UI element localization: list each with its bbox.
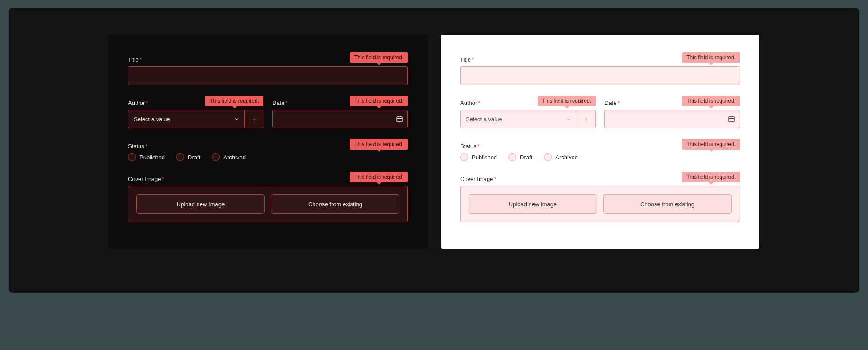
- title-input[interactable]: [128, 66, 408, 85]
- field-status: Status* This field is required. Publishe…: [128, 139, 408, 161]
- radio-label: Archived: [223, 154, 246, 161]
- radio-icon: [212, 153, 220, 161]
- calendar-icon: [396, 115, 403, 123]
- form-panel-dark: Title* This field is required. Author* T…: [108, 35, 427, 249]
- field-date: Date* This field is required.: [604, 96, 740, 128]
- status-radio-draft[interactable]: Draft: [508, 153, 532, 161]
- author-label: Author*: [460, 100, 480, 106]
- cover-image-zone: Upload new Image Choose from existing: [128, 186, 408, 222]
- radio-icon: [544, 153, 552, 161]
- status-label: Status*: [128, 143, 147, 150]
- cover-error-tooltip: This field is required.: [350, 172, 408, 182]
- author-label: Author*: [128, 100, 148, 106]
- cover-image-zone: Upload new Image Choose from existing: [460, 186, 740, 222]
- radio-label: Published: [472, 154, 497, 161]
- author-select[interactable]: Select a value: [128, 110, 245, 128]
- status-error-tooltip: This field is required.: [682, 139, 740, 150]
- date-label: Date*: [604, 100, 620, 106]
- svg-rect-4: [729, 117, 734, 122]
- author-add-button[interactable]: +: [245, 110, 264, 128]
- radio-label: Draft: [520, 154, 532, 161]
- status-radio-published[interactable]: Published: [128, 153, 165, 161]
- svg-rect-0: [397, 117, 402, 122]
- title-error-tooltip: This field is required.: [350, 52, 408, 63]
- field-author: Author* This field is required. Select a…: [460, 96, 596, 128]
- radio-icon: [176, 153, 184, 161]
- chevron-down-icon: [234, 117, 239, 122]
- cover-label: Cover Image*: [128, 176, 164, 182]
- title-error-tooltip: This field is required.: [682, 52, 740, 63]
- radio-icon: [508, 153, 516, 161]
- field-cover-image: Cover Image* This field is required. Upl…: [128, 172, 408, 222]
- plus-icon: +: [252, 116, 256, 123]
- calendar-icon: [728, 115, 735, 123]
- status-radio-draft[interactable]: Draft: [176, 153, 200, 161]
- radio-label: Published: [140, 154, 165, 161]
- date-error-tooltip: This field is required.: [682, 96, 740, 106]
- date-input[interactable]: [604, 110, 740, 128]
- plus-icon: +: [585, 116, 588, 123]
- title-label: Title*: [128, 56, 142, 63]
- form-panel-light: Title* This field is required. Author* T…: [441, 35, 760, 249]
- date-input[interactable]: [272, 110, 408, 128]
- radio-label: Draft: [188, 154, 200, 161]
- author-add-button[interactable]: +: [577, 110, 596, 128]
- field-author: Author* This field is required. Select a…: [128, 96, 264, 128]
- status-radio-archived[interactable]: Archived: [212, 153, 246, 161]
- cover-label: Cover Image*: [460, 176, 496, 182]
- date-error-tooltip: This field is required.: [350, 96, 408, 106]
- field-cover-image: Cover Image* This field is required. Upl…: [460, 172, 740, 222]
- author-placeholder: Select a value: [466, 116, 502, 123]
- radio-icon: [128, 153, 136, 161]
- comparison-stage: Title* This field is required. Author* T…: [9, 8, 859, 293]
- field-title: Title* This field is required.: [460, 52, 740, 85]
- status-error-tooltip: This field is required.: [350, 139, 408, 150]
- upload-image-button[interactable]: Upload new Image: [136, 194, 265, 214]
- field-status: Status* This field is required. Publishe…: [460, 139, 740, 161]
- upload-image-button[interactable]: Upload new Image: [469, 194, 597, 214]
- radio-icon: [460, 153, 468, 161]
- title-input[interactable]: [460, 66, 740, 85]
- author-error-tooltip: This field is required.: [538, 96, 596, 106]
- author-placeholder: Select a value: [134, 116, 170, 123]
- title-label: Title*: [460, 56, 474, 63]
- choose-existing-button[interactable]: Choose from existing: [603, 194, 732, 214]
- chevron-down-icon: [566, 117, 571, 122]
- field-date: Date* This field is required.: [272, 96, 408, 128]
- author-select[interactable]: Select a value: [460, 110, 577, 128]
- status-radio-archived[interactable]: Archived: [544, 153, 578, 161]
- field-title: Title* This field is required.: [128, 52, 408, 85]
- choose-existing-button[interactable]: Choose from existing: [271, 194, 399, 214]
- status-label: Status*: [460, 143, 480, 150]
- date-label: Date*: [272, 100, 288, 106]
- author-error-tooltip: This field is required.: [205, 96, 264, 106]
- cover-error-tooltip: This field is required.: [682, 172, 740, 182]
- status-radio-published[interactable]: Published: [460, 153, 497, 161]
- radio-label: Archived: [555, 154, 578, 161]
